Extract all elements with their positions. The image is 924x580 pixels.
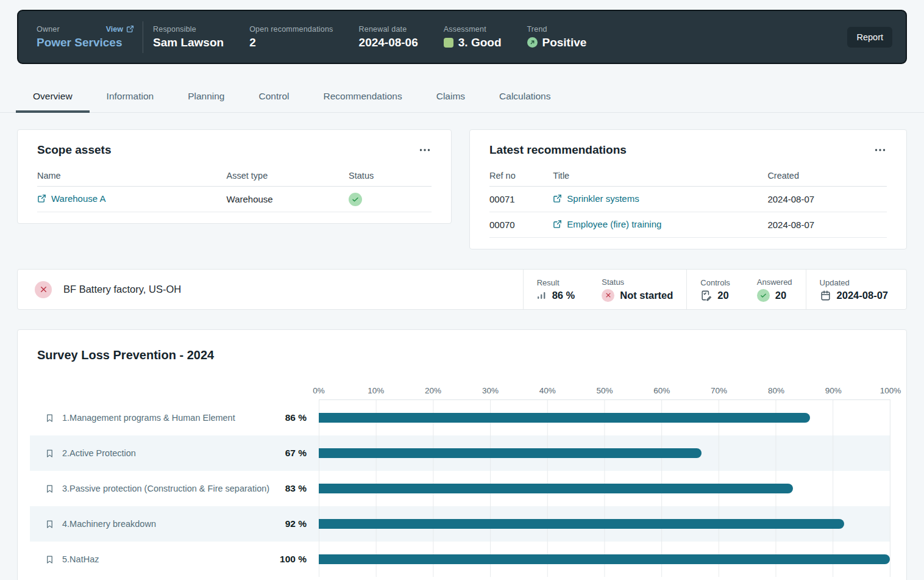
category-label: 5.NatHaz: [62, 554, 99, 564]
tab-planning[interactable]: Planning: [171, 85, 241, 113]
answered-check-icon: [757, 289, 770, 302]
bookmark-icon: [45, 519, 54, 529]
bookmark-icon: [45, 413, 54, 423]
column-header-title: Title: [553, 165, 767, 187]
tab-overview[interactable]: Overview: [16, 85, 90, 113]
summary-header-bar: Owner View Power Services Responsible Sa…: [17, 10, 907, 64]
calendar-icon: [820, 290, 831, 301]
updated-value: 2024-08-07: [837, 290, 888, 301]
asset-type-cell: Warehouse: [227, 187, 349, 212]
bar-segment[interactable]: [319, 448, 702, 458]
open-recommendations-label: Open recommendations: [249, 25, 333, 34]
column-header-name: Name: [37, 165, 227, 187]
bar-segment[interactable]: [319, 554, 890, 564]
axis-tick: 50%: [596, 386, 613, 395]
status-failed-x-icon: [35, 281, 52, 298]
category-label: 4.Machinery breakdown: [62, 519, 156, 529]
tab-calculations[interactable]: Calculations: [482, 85, 567, 113]
bar-segment[interactable]: [319, 519, 844, 529]
report-button[interactable]: Report: [847, 27, 892, 48]
trend-up-icon: [527, 37, 538, 48]
bar-segment[interactable]: [319, 484, 793, 493]
chart-row-passive-protection: 3.Passive protection (Construction & Fir…: [30, 471, 890, 506]
chart-title: Survey Loss Prevention - 2024: [18, 330, 906, 366]
asset-summary-name: BF Battery factory, US-OH: [63, 284, 181, 295]
axis-tick: 40%: [539, 386, 556, 395]
table-row: Warehouse A Warehouse: [37, 187, 432, 212]
owner-block: Owner View Power Services: [37, 25, 134, 49]
axis-tick: 100%: [880, 386, 901, 395]
tab-information[interactable]: Information: [90, 85, 171, 113]
controls-metric: Controls 20: [687, 270, 743, 309]
external-link-icon: [126, 25, 134, 33]
asset-link-warehouse-a[interactable]: Warehouse A: [37, 193, 106, 204]
latest-recommendations-title: Latest recommendations: [489, 143, 627, 157]
axis-tick: 10%: [368, 386, 384, 395]
trend-label: Trend: [527, 25, 587, 34]
axis-tick: 70%: [711, 386, 727, 395]
more-horizontal-icon[interactable]: [417, 146, 433, 154]
view-link[interactable]: View: [106, 25, 134, 34]
renewal-date-value: 2024-08-06: [359, 36, 418, 49]
renewal-date-metric: Renewal date 2024-08-06: [359, 25, 418, 49]
latest-recommendations-table: Ref no Title Created 00071 Sprinkler sys…: [489, 165, 887, 238]
answered-value: 20: [775, 290, 786, 301]
scope-assets-table: Name Asset type Status Warehouse A: [37, 165, 432, 212]
responsible-metric: Responsible Sam Lawson: [153, 25, 224, 49]
bar-value-label: 83 %: [271, 483, 319, 494]
x-axis: 0% 10% 20% 30% 40% 50% 60% 70% 80% 90% 1…: [30, 379, 890, 400]
tab-claims[interactable]: Claims: [419, 85, 482, 113]
updated-label: Updated: [820, 278, 888, 287]
external-link-icon: [553, 194, 562, 203]
open-recommendations-value: 2: [249, 36, 333, 49]
more-horizontal-icon[interactable]: [872, 146, 888, 154]
table-row: 00071 Sprinkler systems 2024-08-07: [489, 187, 887, 212]
header-divider: [143, 21, 143, 53]
status-value: Not started: [620, 290, 673, 301]
category-label: 3.Passive protection (Construction & Fir…: [62, 484, 269, 493]
view-link-label: View: [106, 25, 123, 34]
renewal-date-label: Renewal date: [359, 25, 418, 34]
result-label: Result: [537, 278, 575, 287]
chart-row-management-programs: 1.Management programs & Human Element 86…: [30, 400, 890, 435]
category-label: 2.Active Protection: [62, 448, 136, 458]
scope-assets-card: Scope assets Name Asset type Status: [17, 129, 452, 224]
status-metric: Status Not started: [588, 270, 686, 309]
external-link-icon: [37, 194, 46, 203]
recommendation-link-employee-fire-training[interactable]: Employee (fire) training: [553, 219, 661, 229]
axis-tick: 30%: [482, 386, 499, 395]
assessment-metric: Assessment 3. Good: [444, 25, 502, 49]
latest-recommendations-card: Latest recommendations Ref no Title Crea…: [469, 129, 907, 249]
tab-recommendations[interactable]: Recommendations: [306, 85, 419, 113]
created-cell: 2024-08-07: [767, 187, 887, 212]
status-not-started-x-icon: [602, 289, 614, 302]
bar-segment[interactable]: [319, 413, 810, 423]
table-row: 00070 Employee (fire) training 2024-08-0…: [489, 212, 887, 238]
bookmark-icon: [45, 484, 54, 494]
answered-label: Answered: [757, 277, 792, 287]
assessment-label: Assessment: [444, 25, 502, 34]
result-metric: Result 86 %: [524, 270, 589, 309]
tab-control[interactable]: Control: [241, 85, 306, 113]
axis-tick: 20%: [425, 386, 441, 395]
recommendation-link-label: Sprinkler systems: [567, 193, 639, 204]
bar-chart-icon: [537, 290, 547, 300]
x-axis-ticks: 0% 10% 20% 30% 40% 50% 60% 70% 80% 90% 1…: [319, 379, 890, 400]
recommendation-link-label: Employee (fire) training: [567, 219, 661, 229]
cards-row: Scope assets Name Asset type Status: [17, 129, 907, 249]
owner-value-link[interactable]: Power Services: [37, 36, 134, 49]
tab-bar: Overview Information Planning Control Re…: [0, 85, 924, 113]
asset-summary-row[interactable]: BF Battery factory, US-OH Result 86 % St…: [17, 269, 907, 310]
survey-chart-card: Survey Loss Prevention - 2024 0% 10% 20%…: [17, 329, 907, 580]
bar-value-label: 100 %: [271, 554, 319, 565]
controls-value: 20: [717, 290, 728, 301]
column-header-ref-no: Ref no: [489, 165, 553, 187]
recommendation-link-sprinkler-systems[interactable]: Sprinkler systems: [553, 193, 639, 204]
status-label: Status: [602, 277, 673, 287]
horizontal-bar-chart: 0% 10% 20% 30% 40% 50% 60% 70% 80% 90% 1…: [30, 379, 890, 577]
result-value: 86 %: [552, 290, 575, 301]
chart-row-machinery-breakdown: 4.Machinery breakdown 92 %: [30, 506, 890, 542]
trend-value: Positive: [542, 36, 587, 49]
responsible-label: Responsible: [153, 25, 224, 34]
scope-assets-title: Scope assets: [37, 143, 111, 157]
